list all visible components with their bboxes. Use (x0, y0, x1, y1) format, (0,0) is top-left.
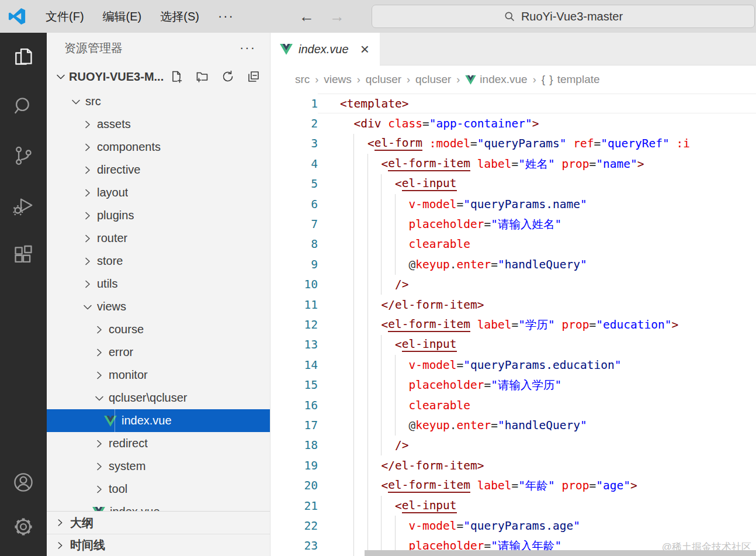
code-line-2[interactable]: 2 <div class="app-container"> (271, 113, 756, 133)
breadcrumb-item-qcluser[interactable]: qcluser (415, 73, 451, 86)
settings-icon[interactable] (8, 512, 39, 542)
tree-item-assets[interactable]: assets (47, 113, 270, 136)
tree-item-course[interactable]: course (47, 318, 270, 341)
refresh-icon[interactable] (221, 70, 235, 84)
tab-close-icon[interactable]: × (360, 42, 369, 57)
code-line-14[interactable]: 14 v-model="queryParams.education" (271, 355, 756, 375)
indent-guide (367, 194, 368, 214)
tree-item-label: monitor (109, 368, 148, 382)
new-folder-icon[interactable] (195, 70, 209, 84)
code-line-18[interactable]: 18 /> (271, 436, 756, 455)
code-line-17[interactable]: 17 @keyup.enter="handleQuery" (271, 415, 756, 435)
indent-guide (395, 214, 396, 234)
indent-guide (367, 395, 368, 415)
tree-item-index.vue[interactable]: index.vue (47, 500, 270, 511)
breadcrumb-separator: › (315, 74, 318, 86)
account-icon[interactable] (8, 467, 39, 498)
tree-item-layout[interactable]: layout (47, 181, 270, 204)
tree-item-plugins[interactable]: plugins (47, 204, 270, 227)
section-outline[interactable]: 大纲 (47, 512, 270, 534)
code-line-19[interactable]: 19 </el-form-item> (271, 455, 756, 475)
menu-file[interactable]: 文件(F) (36, 5, 93, 28)
code-editor[interactable]: 1<template>2 <div class="app-container">… (271, 94, 756, 556)
line-number: 4 (271, 157, 318, 171)
chevron-right-icon (92, 482, 106, 496)
tree-item-tool[interactable]: tool (47, 478, 270, 500)
menu-edit[interactable]: 编辑(E) (93, 5, 151, 28)
breadcrumb-item-views[interactable]: views (324, 73, 352, 86)
source-control-icon[interactable] (8, 140, 39, 171)
code-line-13[interactable]: 13 <el-input (271, 335, 756, 355)
run-debug-icon[interactable] (8, 190, 39, 220)
code-line-4[interactable]: 4 <el-form-item label="姓名" prop="name"> (271, 154, 756, 174)
tree-item-router[interactable]: router (47, 227, 270, 250)
tree-item-label: system (109, 460, 145, 473)
code-line-8[interactable]: 8 clearable (271, 234, 756, 254)
line-content: <div class="app-container"> (318, 113, 756, 133)
code-line-21[interactable]: 21 <el-input (271, 496, 756, 516)
tree-item-system[interactable]: system (47, 455, 270, 478)
tree-item-src[interactable]: src (47, 90, 270, 113)
code-line-16[interactable]: 16 clearable (271, 395, 756, 415)
explorer-icon[interactable] (8, 41, 39, 71)
code-line-20[interactable]: 20 <el-form-item label="年龄" prop="age"> (271, 475, 756, 495)
tree-item-views[interactable]: views (47, 295, 270, 318)
section-timeline[interactable]: 时间线 (47, 534, 270, 556)
line-number: 11 (271, 298, 318, 312)
code-line-12[interactable]: 12 <el-form-item label="学历" prop="educat… (271, 315, 756, 334)
line-number: 3 (271, 137, 318, 150)
extensions-icon[interactable] (8, 240, 39, 270)
editor-group: index.vue × src›views›qcluser›qcluser›in… (271, 33, 756, 556)
code-line-11[interactable]: 11 </el-form-item> (271, 295, 756, 315)
project-root-row[interactable]: RUOYI-VUE3-M... (47, 63, 270, 90)
code-line-7[interactable]: 7 placeholder="请输入姓名" (271, 214, 756, 234)
tree-item-qcluser-qcluser[interactable]: qcluser\qcluser (47, 386, 270, 409)
nav-back-icon[interactable]: ← (299, 9, 314, 24)
tree-item-directive[interactable]: directive (47, 158, 270, 181)
code-line-15[interactable]: 15 placeholder="请输入学历" (271, 375, 756, 395)
indent-guide (381, 335, 382, 355)
breadcrumb-item-qcluser[interactable]: qcluser (366, 73, 401, 86)
code-line-5[interactable]: 5 <el-input (271, 174, 756, 194)
tree-item-index.vue[interactable]: index.vue (47, 409, 270, 432)
code-line-9[interactable]: 9 @keyup.enter="handleQuery" (271, 254, 756, 274)
breadcrumb-label: qcluser (366, 73, 401, 86)
title-bar: 文件(F) 编辑(E) 选择(S) ··· ← → RuoYi-Vue3-mas… (0, 0, 756, 33)
explorer-more-icon[interactable]: ··· (240, 40, 256, 56)
menu-selection[interactable]: 选择(S) (151, 5, 209, 28)
code-line-3[interactable]: 3 <el-form :model="queryParams" ref="que… (271, 134, 756, 154)
chevron-right-icon (81, 277, 95, 291)
breadcrumb-item-index.vue[interactable]: index.vue (465, 73, 527, 86)
tree-item-components[interactable]: components (47, 136, 270, 158)
tree-item-utils[interactable]: utils (47, 272, 270, 295)
search-icon[interactable] (8, 91, 39, 121)
indent-guide (381, 415, 382, 435)
indent-guide (353, 295, 354, 315)
tree-item-error[interactable]: error (47, 341, 270, 364)
chevron-down-icon (81, 300, 95, 314)
code-line-22[interactable]: 22 v-model="queryParams.age" (271, 516, 756, 536)
code-line-6[interactable]: 6 v-model="queryParams.name" (271, 194, 756, 214)
indent-guide (353, 395, 354, 415)
indent-guide (353, 415, 354, 435)
indent-guide (381, 275, 382, 295)
breadcrumb-item-src[interactable]: src (295, 73, 310, 86)
indent-guide (367, 275, 368, 295)
tree-item-store[interactable]: store (47, 250, 270, 272)
command-center-search[interactable]: RuoYi-Vue3-master (372, 5, 755, 28)
code-line-10[interactable]: 10 /> (271, 275, 756, 295)
chevron-right-icon (81, 232, 95, 246)
line-number: 1 (271, 97, 318, 110)
collapse-all-icon[interactable] (247, 70, 261, 84)
horizontal-scrollbar[interactable] (365, 550, 756, 556)
tree-item-monitor[interactable]: monitor (47, 364, 270, 386)
line-number: 20 (271, 479, 318, 492)
tab-index-vue[interactable]: index.vue × (271, 33, 380, 65)
indent-guide (381, 395, 382, 415)
menu-more-icon[interactable]: ··· (209, 5, 244, 27)
line-content: <el-form-item label="年龄" prop="age"> (318, 475, 756, 495)
tree-item-redirect[interactable]: redirect (47, 432, 270, 455)
new-file-icon[interactable] (169, 70, 183, 84)
code-line-1[interactable]: 1<template> (271, 94, 756, 113)
breadcrumb-item-template[interactable]: { }template (542, 73, 600, 86)
